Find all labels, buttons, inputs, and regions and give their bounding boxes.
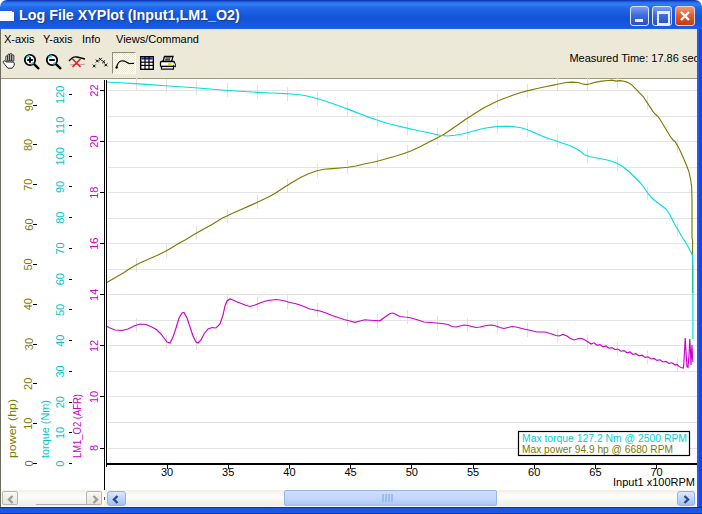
svg-text:18: 18 <box>88 187 100 199</box>
svg-text:22: 22 <box>88 84 100 96</box>
svg-text:30: 30 <box>23 338 35 350</box>
svg-text:10: 10 <box>88 391 100 403</box>
svg-text:40: 40 <box>55 335 67 347</box>
svg-text:90: 90 <box>55 181 67 193</box>
svg-text:80: 80 <box>55 212 67 224</box>
svg-text:100: 100 <box>55 147 67 165</box>
svg-text:40: 40 <box>23 298 35 310</box>
svg-text:16: 16 <box>88 238 100 250</box>
svg-text:45: 45 <box>344 466 356 478</box>
svg-text:20: 20 <box>55 396 67 408</box>
svg-text:Input1 x100RPM: Input1 x100RPM <box>613 476 695 488</box>
svg-text:14: 14 <box>88 289 100 301</box>
svg-text:70: 70 <box>23 179 35 191</box>
svg-text:80: 80 <box>23 139 35 151</box>
svg-text:power (hp): power (hp) <box>6 399 18 458</box>
svg-text:30: 30 <box>55 365 67 377</box>
svg-text:70: 70 <box>55 242 67 254</box>
svg-text:torque (Nm): torque (Nm) <box>39 400 51 458</box>
svg-text:65: 65 <box>589 466 601 478</box>
svg-text:120: 120 <box>55 86 67 104</box>
svg-text:55: 55 <box>467 466 479 478</box>
svg-text:20: 20 <box>23 378 35 390</box>
svg-text:Max power 94.9 hp @ 6680 RPM: Max power 94.9 hp @ 6680 RPM <box>522 443 673 455</box>
svg-text:LM1_O2 (AFR): LM1_O2 (AFR) <box>71 394 83 458</box>
svg-text:0: 0 <box>55 461 67 467</box>
svg-text:20: 20 <box>88 135 100 147</box>
svg-text:40: 40 <box>283 466 295 478</box>
svg-text:50: 50 <box>406 466 418 478</box>
svg-text:35: 35 <box>222 466 234 478</box>
svg-text:10: 10 <box>23 418 35 430</box>
svg-text:50: 50 <box>23 258 35 270</box>
svg-text:110: 110 <box>55 117 67 135</box>
svg-text:30: 30 <box>161 466 173 478</box>
svg-text:90: 90 <box>23 99 35 111</box>
svg-text:60: 60 <box>23 218 35 230</box>
svg-text:60: 60 <box>528 466 540 478</box>
svg-text:60: 60 <box>55 273 67 285</box>
svg-text:8: 8 <box>88 445 100 451</box>
svg-text:50: 50 <box>55 304 67 316</box>
svg-text:10: 10 <box>55 427 67 439</box>
svg-text:0: 0 <box>23 460 35 466</box>
svg-text:12: 12 <box>88 340 100 352</box>
